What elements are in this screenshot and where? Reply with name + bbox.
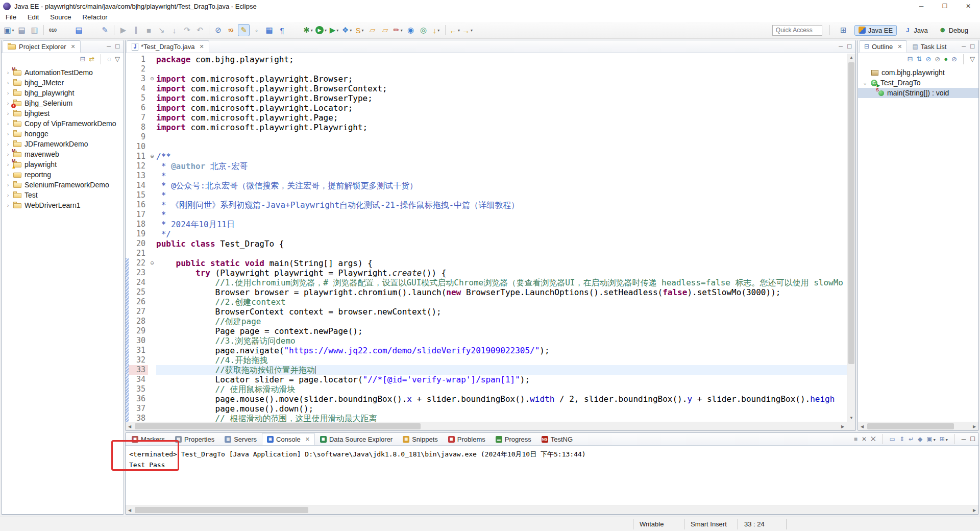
line-number[interactable]: 9 [129, 132, 148, 142]
code-text[interactable]: import com.microsoft.playwright.BrowserT… [156, 93, 847, 103]
crayon-icon[interactable]: ✏▾ [392, 24, 404, 36]
fold-collapse-icon[interactable]: ⊖ [148, 74, 156, 84]
line-number[interactable]: 13 [129, 171, 148, 181]
dropdown-arrow-icon[interactable]: ▾ [362, 28, 364, 33]
expand-chevron-icon[interactable]: › [5, 110, 11, 116]
save-all-icon[interactable]: ▥ [29, 24, 40, 36]
pin-console-icon[interactable]: ◆ [918, 436, 922, 443]
code-text[interactable]: //2.创建context [156, 297, 847, 307]
code-text[interactable]: * [156, 171, 847, 181]
code-text[interactable]: /** [156, 152, 847, 161]
perspective-debug[interactable]: ⚉Debug [935, 25, 972, 36]
new-web-wizard-icon[interactable]: ❖▾ [341, 24, 353, 36]
web-search-icon[interactable]: ◎ [418, 24, 429, 36]
minimize-view-icon[interactable]: ─ [839, 43, 843, 50]
tree-item-playwright[interactable]: ›M▲playwright [2, 159, 124, 170]
expand-chevron-icon[interactable]: › [5, 141, 11, 147]
line-number[interactable]: 27 [129, 307, 148, 317]
tab-servers[interactable]: ▥Servers [219, 433, 262, 445]
code-area[interactable]: 1package com.bjhg.playwright;23⊖import c… [126, 55, 847, 422]
line-number[interactable]: 1 [129, 55, 148, 64]
mark-occurrences-icon[interactable]: ✎ [238, 24, 250, 36]
editor-horizontal-scrollbar[interactable]: ◀ ▶ [126, 422, 847, 430]
editor-vertical-scrollbar[interactable]: ▲ ▼ [847, 54, 855, 422]
dropdown-arrow-icon[interactable]: ▾ [458, 28, 460, 33]
code-text[interactable] [156, 64, 847, 74]
scrollbar-thumb[interactable] [135, 423, 421, 429]
code-text[interactable]: */ [156, 229, 847, 239]
quick-access-input[interactable] [772, 25, 822, 36]
minimize-button[interactable]: ─ [910, 0, 933, 12]
line-number[interactable]: 22 [129, 258, 148, 268]
close-icon[interactable]: ✕ [897, 43, 902, 50]
open-table-icon[interactable]: ▦ [263, 24, 275, 36]
console-horizontal-scrollbar[interactable]: ◀ ▶ [126, 505, 978, 514]
expand-chevron-icon[interactable]: › [5, 192, 11, 198]
line-number[interactable]: 7 [129, 113, 148, 123]
line-number[interactable]: 4 [129, 84, 148, 93]
dropdown-arrow-icon[interactable]: ▾ [437, 28, 439, 33]
view-menu-icon[interactable]: ▽ [970, 55, 975, 63]
tree-item-jdframeworkdemo[interactable]: ›JDFrameworkDemo [2, 139, 124, 149]
tree-item-bjhgtest[interactable]: ›bjhgtest [2, 108, 124, 118]
display-selected-console-icon[interactable]: ▣▾ [926, 436, 935, 443]
expand-chevron-icon[interactable]: › [5, 80, 11, 86]
code-text[interactable]: * [156, 190, 847, 200]
minimize-view-icon[interactable]: ─ [962, 43, 966, 50]
line-number[interactable]: 25 [129, 287, 148, 297]
web-service-icon[interactable]: S▾ [354, 24, 365, 36]
tree-item-seleniumframeworkdemo[interactable]: ›SeleniumFrameworkDemo [2, 180, 124, 190]
expand-chevron-icon[interactable]: › [5, 100, 11, 106]
close-button[interactable]: ✕ [957, 0, 980, 12]
open-console-icon[interactable]: ⊞▾ [940, 436, 948, 443]
scrollbar-thumb[interactable] [867, 423, 954, 429]
line-number[interactable]: 37 [129, 404, 148, 414]
line-number[interactable]: 33 [129, 365, 148, 375]
line-number[interactable]: 34 [129, 375, 148, 384]
remove-all-launches-icon[interactable]: ⨉ [871, 436, 876, 443]
remove-launch-icon[interactable]: ✕ [862, 436, 867, 443]
code-text[interactable]: Page page = context.newPage(); [156, 326, 847, 336]
web-browser-icon[interactable]: ◉ [405, 24, 416, 36]
expand-chevron-icon[interactable]: › [5, 90, 11, 96]
tab-outline[interactable]: ⊟Outline✕ [859, 40, 907, 53]
word-wrap-icon[interactable]: ↵ [909, 436, 914, 443]
line-number[interactable]: 36 [129, 394, 148, 404]
code-text[interactable] [156, 142, 847, 152]
line-number[interactable]: 15 [129, 190, 148, 200]
view-menu-icon[interactable]: ▽ [115, 55, 120, 63]
code-text[interactable]: * 《刚刚问世》系列初窥篇-Java+Playwright自动化测试-21-操作… [156, 200, 847, 210]
line-number[interactable]: 20 [129, 239, 148, 249]
code-text[interactable]: * @author 北京-宏哥 [156, 161, 847, 171]
expand-chevron-icon[interactable]: › [5, 69, 11, 76]
code-text[interactable]: //1.使用chromium浏览器，# 浏览器配置，设置以GUI模式启动Chro… [156, 278, 847, 287]
scroll-down-icon[interactable]: ▼ [847, 414, 855, 422]
tab-progress[interactable]: ▬Progress [491, 433, 536, 445]
code-text[interactable]: import com.microsoft.playwright.Locator; [156, 103, 847, 113]
skip-breakpoints-icon[interactable]: ⊘ [212, 24, 224, 36]
tab-data-source-explorer[interactable]: ▦Data Source Explorer [315, 433, 398, 445]
line-number[interactable]: 31 [129, 346, 148, 355]
code-text[interactable]: * @公众号:北京宏哥（微信搜索，关注宏哥，提前解锁更多测试干货） [156, 181, 847, 190]
forward-icon[interactable]: →▾ [461, 24, 473, 36]
line-number[interactable]: 12 [129, 161, 148, 171]
collapse-all-icon[interactable]: ⊟ [80, 55, 85, 63]
line-number[interactable]: 19 [129, 229, 148, 239]
code-text[interactable]: public static void main(String[] args) { [156, 258, 847, 268]
dropdown-arrow-icon[interactable]: ▾ [934, 438, 936, 442]
scroll-right-icon[interactable]: ▶ [970, 422, 978, 431]
tab-testng[interactable]: NGTestNG [536, 433, 578, 445]
scroll-left-icon[interactable]: ◀ [126, 506, 134, 515]
code-text[interactable]: page.mouse().down(); [156, 404, 847, 414]
tab-properties[interactable]: ▤Properties [170, 433, 219, 445]
step-into-icon[interactable]: ↓ [168, 24, 180, 36]
code-text[interactable]: //3.浏览器访问demo [156, 336, 847, 346]
scroll-right-icon[interactable]: ▶ [839, 422, 847, 431]
last-edit-icon[interactable]: ◦ [251, 24, 262, 36]
perspective-java-ee[interactable]: Java EE [854, 25, 897, 36]
line-number[interactable]: 17 [129, 210, 148, 220]
tab-markers[interactable]: ▦Markers [127, 433, 170, 445]
line-number[interactable]: 18 [129, 220, 148, 229]
menu-file[interactable]: File [0, 13, 22, 21]
menu-refactor[interactable]: Refactor [77, 13, 113, 21]
